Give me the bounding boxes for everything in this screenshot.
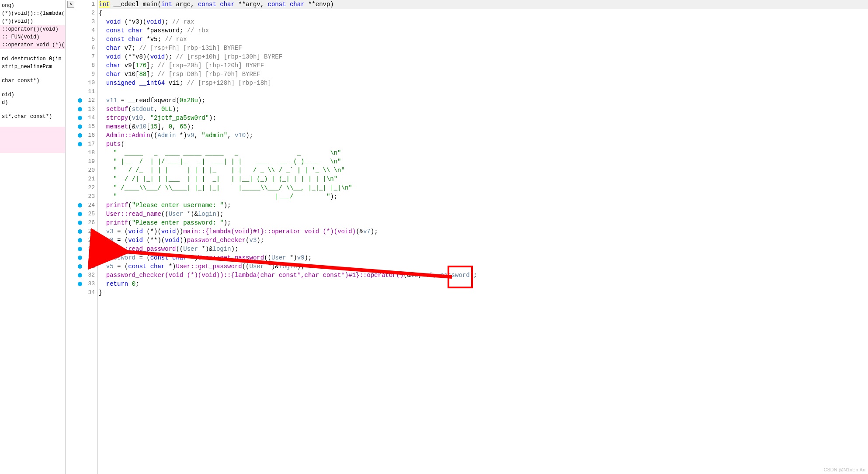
function-list-item[interactable]: (*)(void)) — [0, 17, 65, 25]
function-list-item[interactable]: nd_destruction_0(in — [0, 55, 65, 63]
breakpoint-marker[interactable] — [78, 212, 82, 216]
line-number: 12 — [76, 96, 95, 105]
breakpoint-marker[interactable] — [78, 98, 82, 103]
line-number: 16 — [76, 131, 95, 140]
breakpoint-marker[interactable] — [78, 238, 82, 242]
code-line[interactable]: char v9[176]; // [rsp+20h] [rbp-120h] BY… — [99, 61, 868, 70]
line-number: 26 — [76, 218, 95, 227]
breakpoint-marker[interactable] — [78, 247, 82, 251]
code-line[interactable]: return 0; — [99, 280, 868, 288]
code-line[interactable]: v8 = (void (**)(void))password_checker(v… — [99, 236, 868, 245]
function-list-item[interactable]: st*,char const*) — [0, 113, 65, 121]
code-line[interactable]: printf("Please enter password: "); — [99, 218, 868, 227]
code-line[interactable]: " /____\\___/ \\____| |_| |_| |_____\\__… — [99, 183, 868, 192]
scroll-up-button[interactable]: ∧ — [67, 1, 74, 8]
function-list-panel[interactable]: ong) (*)(void))::{lambda( (*)(void)) ::o… — [0, 0, 66, 474]
function-list-item[interactable]: oid) — [0, 91, 65, 99]
breakpoint-marker[interactable] — [78, 256, 82, 260]
line-number: 9 — [76, 70, 95, 79]
function-list-item[interactable]: strip_newlinePcm — [0, 63, 65, 71]
breakpoint-marker[interactable] — [78, 133, 82, 138]
function-list-item[interactable]: ong) — [0, 2, 65, 10]
line-number: 7 — [76, 52, 95, 61]
line-number: 15 — [76, 122, 95, 131]
line-number: 11 — [76, 87, 95, 96]
line-number: 29 — [76, 245, 95, 253]
code-line[interactable]: v11 = __readfsqword(0x28u); — [99, 96, 868, 105]
code-line[interactable]: password_checker(void (*)(void))::{lambd… — [99, 271, 868, 280]
code-line[interactable]: const char *password; // rbx — [99, 26, 868, 35]
function-list-item[interactable]: ::_FUN(void) — [0, 33, 65, 41]
breakpoint-marker[interactable] — [78, 282, 82, 286]
code-line[interactable]: puts( — [99, 140, 868, 149]
code-line[interactable]: void (*v3)(void); // rax — [99, 17, 868, 26]
code-line[interactable]: { — [99, 9, 868, 17]
code-line[interactable]: char v10[88]; // [rsp+D0h] [rbp-70h] BYR… — [99, 70, 868, 79]
line-number: 22 — [76, 183, 95, 192]
line-number: 2 — [76, 9, 95, 17]
code-line[interactable]: password = (const char *)User::get_passw… — [99, 253, 868, 262]
breakpoint-marker[interactable] — [78, 125, 82, 129]
line-number-gutter: 1234567891011121314151617181920212223242… — [76, 0, 98, 474]
line-number: 4 — [76, 26, 95, 35]
line-number: 23 — [76, 192, 95, 201]
line-number: 13 — [76, 105, 95, 114]
function-list-item[interactable]: ::operator()(void) — [0, 25, 65, 33]
code-line[interactable]: strcpy(v10, "2jctf_pa5sw0rd"); — [99, 114, 868, 122]
code-line[interactable]: } — [99, 288, 868, 297]
breakpoint-marker[interactable] — [78, 203, 82, 208]
function-list-item[interactable]: (*)(void))::{lambda( — [0, 10, 65, 17]
function-list-item[interactable] — [0, 140, 65, 153]
line-number: 5 — [76, 35, 95, 44]
code-content[interactable]: int __cdecl main(int argc, const char **… — [98, 0, 868, 474]
code-line[interactable]: User::read_name((User *)&login); — [99, 210, 868, 218]
code-line[interactable]: printf("Please enter username: "); — [99, 201, 868, 210]
line-number: 25 — [76, 210, 95, 218]
code-line[interactable]: " / /_ | | | | | | |_ | | / _ \\ / _` | … — [99, 166, 868, 175]
code-line[interactable]: setbuf(stdout, 0LL); — [99, 105, 868, 114]
line-number: 20 — [76, 166, 95, 175]
line-number: 1 — [76, 0, 95, 9]
line-number: 3 — [76, 17, 95, 26]
code-line[interactable]: " _____ _ ____ _____ _____ _ _ \n" — [99, 149, 868, 157]
code-line[interactable]: v3 = (void (*)(void))main::{lambda(void)… — [99, 227, 868, 236]
line-number: 18 — [76, 149, 95, 157]
breakpoint-marker[interactable] — [78, 264, 82, 269]
code-line[interactable]: " / /| |_| | |___ | | | _| | |__| (_) | … — [99, 175, 868, 183]
code-line[interactable]: int __cdecl main(int argc, const char **… — [99, 0, 868, 9]
code-line[interactable]: v5 = (const char *)User::get_password((U… — [99, 262, 868, 271]
code-editor[interactable]: 1234567891011121314151617181920212223242… — [76, 0, 868, 474]
line-number: 24 — [76, 201, 95, 210]
breakpoint-marker[interactable] — [78, 142, 82, 146]
breakpoint-marker[interactable] — [78, 116, 82, 120]
line-number: 8 — [76, 61, 95, 70]
function-list-item[interactable]: char const*) — [0, 77, 65, 85]
code-line[interactable]: memset(&v10[15], 0, 65); — [99, 122, 868, 131]
breakpoint-marker[interactable] — [78, 221, 82, 225]
code-line[interactable]: void (**v8)(void); // [rsp+10h] [rbp-130… — [99, 52, 868, 61]
line-number: 34 — [76, 288, 95, 297]
breakpoint-marker[interactable] — [78, 273, 82, 277]
line-number: 31 — [76, 262, 95, 271]
code-line[interactable]: unsigned __int64 v11; // [rsp+128h] [rbp… — [99, 79, 868, 87]
breakpoint-marker[interactable] — [78, 107, 82, 111]
line-number: 33 — [76, 280, 95, 288]
code-line[interactable]: Admin::Admin((Admin *)v9, "admin", v10); — [99, 131, 868, 140]
function-list-item[interactable]: d) — [0, 99, 65, 107]
function-list-item[interactable] — [0, 127, 65, 140]
code-line[interactable]: " |__ / | |/ ___|_ _| ___| | | ___ __ _(… — [99, 157, 868, 166]
code-line[interactable]: const char *v5; // rax — [99, 35, 868, 44]
watermark: CSDN @N1nEmAn — [823, 467, 865, 472]
line-number: 27 — [76, 227, 95, 236]
code-line[interactable]: User::read_password((User *)&login); — [99, 245, 868, 253]
breakpoint-marker[interactable] — [78, 229, 82, 234]
code-line[interactable] — [99, 87, 868, 96]
line-number: 6 — [76, 44, 95, 52]
line-number: 19 — [76, 157, 95, 166]
code-line[interactable]: " |___/ "); — [99, 192, 868, 201]
line-number: 14 — [76, 114, 95, 122]
line-number: 21 — [76, 175, 95, 183]
function-list-item[interactable]: ::operator void (*)(vo — [0, 41, 65, 49]
line-number: 10 — [76, 79, 95, 87]
code-line[interactable]: char v7; // [rsp+Fh] [rbp-131h] BYREF — [99, 44, 868, 52]
